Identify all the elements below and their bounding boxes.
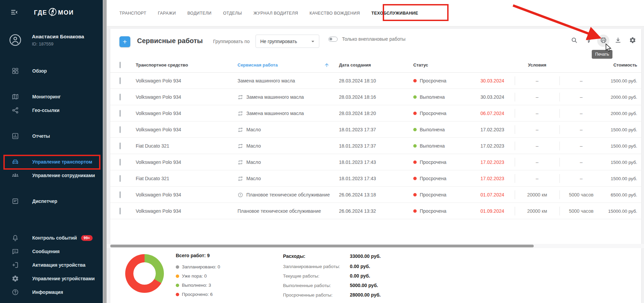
sidebar-item-icon <box>11 288 19 296</box>
tab-garages[interactable]: ГАРАЖИ <box>152 0 182 26</box>
sidebar-item-dispatcher[interactable]: Диспетчер <box>0 194 103 208</box>
cell-status: Выполнена <box>420 94 445 100</box>
sidebar-item-monitoring[interactable]: Мониторинг <box>0 90 103 103</box>
column-header-service-sorted[interactable]: Сервисная работа <box>238 62 339 68</box>
search-icon-button[interactable] <box>568 35 580 47</box>
row-checkbox[interactable] <box>119 126 121 133</box>
column-header-cost[interactable]: Стоимость <box>603 62 641 68</box>
unplanned-only-toggle[interactable]: Только внеплановые работы <box>328 36 405 42</box>
tab-departments[interactable]: ОТДЕЛЫ <box>217 0 247 26</box>
table-row[interactable]: Fiat Ducato 321 Масло 18.01.2023 17:37 В… <box>110 138 641 154</box>
table-row[interactable]: Volkswagen Polo 934 Масло 18.01.2023 17:… <box>110 154 641 170</box>
row-checkbox[interactable] <box>119 208 121 214</box>
cell-due-date: 17.02.2023 <box>473 176 515 181</box>
cell-status: Просрочена <box>420 208 447 214</box>
cell-created: 18.01.2023 17:43 <box>339 159 413 165</box>
cell-service: Замена машинного масла <box>246 94 304 100</box>
table-row[interactable]: Volkswagen Polo 934 Плановое техническое… <box>110 187 641 203</box>
status-dot <box>413 160 417 164</box>
expenses-total-value: 33000.00 руб. <box>350 253 381 259</box>
row-checkbox[interactable] <box>119 77 121 84</box>
user-profile[interactable]: Анастасия Бонакова ID: 187559 <box>9 34 84 46</box>
print-icon-button[interactable] <box>597 35 609 47</box>
table-row[interactable]: Volkswagen Polo 934 Замена машинного мас… <box>110 73 641 89</box>
horizontal-scrollbar-thumb[interactable] <box>110 245 534 247</box>
legend-dot <box>176 274 179 278</box>
cell-due-date: 01.09.2024 <box>473 208 515 214</box>
column-header-created[interactable]: Дата создания <box>339 62 413 68</box>
table-header: Транспортное средство Сервисная работа Д… <box>110 57 641 73</box>
sidebar-item-label: Сообщения <box>32 249 60 254</box>
cell-cost: 1500.00 руб. <box>603 144 641 149</box>
group-by-select[interactable]: Не группировать <box>255 35 319 48</box>
cell-service: Масло <box>246 143 261 149</box>
legend-item: Выполнено: 3 <box>176 281 220 290</box>
column-header-vehicle[interactable]: Транспортное средство <box>136 62 238 68</box>
row-checkbox[interactable] <box>119 191 121 198</box>
cell-service: Масло <box>246 127 261 132</box>
sidebar-item-transport-management[interactable]: Управление транспортом <box>0 155 103 169</box>
tab-transport[interactable]: ТРАНСПОРТ <box>114 0 152 26</box>
cell-status: Просрочена <box>420 176 447 181</box>
cell-service: Масло <box>246 159 261 165</box>
cell-cost: 1500.00 руб. <box>603 78 641 83</box>
table-row[interactable]: Fiat Ducato 321 Масло 18.01.2023 17:43 П… <box>110 170 641 187</box>
sidebar-item-employee-management[interactable]: Управление сотрудниками <box>0 169 103 182</box>
table-row[interactable]: Volkswagen Polo 934 Масло 18.01.2023 17:… <box>110 121 641 138</box>
sidebar-item-device-management[interactable]: Управление устройствами <box>0 272 103 285</box>
toggle-off-icon <box>328 37 338 42</box>
sidebar-scrollbar[interactable] <box>103 0 107 303</box>
filter-icon-button[interactable] <box>583 35 595 47</box>
settings-icon-button[interactable] <box>626 35 639 47</box>
column-header-conditions[interactable]: Условия <box>515 57 560 73</box>
select-all-checkbox[interactable] <box>119 62 121 68</box>
table-row[interactable]: Volkswagen Polo 934 Плановое техническое… <box>110 203 641 219</box>
add-service-work-button[interactable]: + <box>119 36 130 47</box>
row-checkbox[interactable] <box>119 143 121 149</box>
row-checkbox[interactable] <box>119 110 121 117</box>
download-icon-button[interactable] <box>612 35 624 47</box>
cell-cost: 6500.00 руб. <box>603 192 641 197</box>
sidebar-item-information[interactable]: Информация <box>0 285 103 299</box>
row-checkbox[interactable] <box>119 159 121 166</box>
sidebar-item-icon <box>11 67 19 75</box>
cell-service: Плановое техническое обслуживание <box>246 192 330 197</box>
tab-driver-journal[interactable]: ЖУРНАЛ ВОДИТЕЛЯ <box>248 0 304 26</box>
sidebar-item-reports[interactable]: Отчеты <box>0 129 103 143</box>
status-dot <box>413 128 417 131</box>
toolbar: + Сервисные работы Группировать по Не гр… <box>110 29 641 57</box>
row-checkbox[interactable] <box>119 94 121 100</box>
user-name: Анастасия Бонакова <box>32 34 84 40</box>
table-row[interactable]: Volkswagen Polo 934 Замена машинного мас… <box>110 105 641 121</box>
summary-card: Всего работ: 9 Запланировано: 0 Уже пора… <box>110 248 641 303</box>
cell-service: Замена машинного масла <box>246 111 304 116</box>
status-dot <box>413 209 417 213</box>
sidebar-item-messages[interactable]: Сообщения <box>0 245 103 258</box>
app-logo: ГДЕ МОИ <box>34 7 74 19</box>
sidebar-item-icon <box>11 106 19 114</box>
collapse-menu-icon[interactable] <box>10 7 19 17</box>
status-dot <box>413 144 417 148</box>
table-row[interactable]: Volkswagen Polo 934 Замена машинного мас… <box>110 89 641 105</box>
group-by-label: Группировать по <box>213 39 250 44</box>
tab-maintenance[interactable]: ТЕХОБСЛУЖИВАНИЕ <box>366 0 424 26</box>
cell-due-date: 30.03.2024 <box>473 78 515 83</box>
sidebar-item-device-activation[interactable]: Активация устройства <box>0 258 103 272</box>
expense-row: Запланированные работы: 0.00 руб. <box>283 262 381 271</box>
sidebar-item-overview[interactable]: Обзор <box>0 64 103 78</box>
tab-driving-quality[interactable]: КАЧЕСТВО ВОЖДЕНИЯ <box>304 0 365 26</box>
cell-condition-mileage: – <box>515 105 560 121</box>
sidebar-item-event-control[interactable]: Контроль событий 99+ <box>0 231 103 245</box>
column-header-status[interactable]: Статус <box>413 62 473 68</box>
cell-due-date: 17.02.2023 <box>473 143 515 149</box>
expense-value: 0.00 руб. <box>350 273 370 279</box>
sidebar-item-label: Отчеты <box>32 133 50 139</box>
row-checkbox[interactable] <box>119 175 121 182</box>
works-legend: Всего работ: 9 Запланировано: 0 Уже пора… <box>176 253 220 299</box>
tab-drivers[interactable]: ВОДИТЕЛИ <box>182 0 217 26</box>
cell-vehicle: Volkswagen Polo 934 <box>136 94 238 100</box>
cell-due-date: 01.07.2024 <box>473 192 515 197</box>
cell-created: 28.03.2024 18:16 <box>339 94 413 100</box>
cell-status: Просрочена <box>420 192 447 197</box>
sidebar-item-geo-links[interactable]: Гео-ссылки <box>0 103 103 117</box>
